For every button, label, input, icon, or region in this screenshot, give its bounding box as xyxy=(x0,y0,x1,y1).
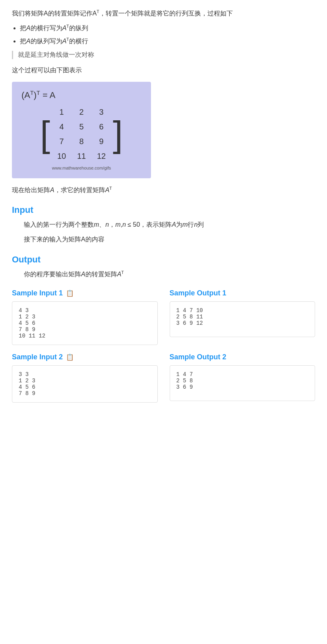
cell-1-3: 3 xyxy=(91,108,111,117)
cell-4-2: 11 xyxy=(72,152,91,161)
sample1-output-block: Sample Output 1 1 4 7 10 2 5 8 11 3 6 9 … xyxy=(170,289,315,345)
sample2-input-box: 3 3 1 2 3 4 5 6 7 8 9 xyxy=(12,365,158,403)
sample1-copy-icon[interactable]: 📋 xyxy=(66,289,74,297)
output-section: Output 你的程序要输出矩阵A的转置矩阵AT xyxy=(12,255,315,280)
right-bracket: ] xyxy=(113,116,123,152)
bullet-list: 把A的横行写为AT的纵列 把A的纵列写为AT的横行 xyxy=(20,23,315,46)
cell-4-1: 10 xyxy=(52,152,72,161)
sample2-output-box: 1 4 7 2 5 8 3 6 9 xyxy=(170,365,315,401)
cell-3-1: 7 xyxy=(52,137,72,146)
sample1-input-block: Sample Input 1 📋 4 3 1 2 3 4 5 6 7 8 9 1… xyxy=(12,289,158,345)
cell-3-3: 9 xyxy=(91,137,111,146)
bullet-item-1: 把A的横行写为AT的纵列 xyxy=(20,23,315,33)
cell-3-2: 8 xyxy=(72,137,91,146)
sample1-row: Sample Input 1 📋 4 3 1 2 3 4 5 6 7 8 9 1… xyxy=(12,289,315,345)
cell-2-3: 6 xyxy=(91,122,111,131)
matrix-bracket-wrap: [ 1 2 3 4 5 6 7 8 9 10 11 12 ] xyxy=(21,108,141,161)
matrix-image-container: (AT)T = A [ 1 2 3 4 5 6 7 8 9 10 11 12 ]… xyxy=(12,82,315,178)
sample1-input-label: Sample Input 1 xyxy=(12,289,63,297)
sample2-copy-icon[interactable]: 📋 xyxy=(66,353,74,361)
intro-paragraph: 我们将矩阵A的转置矩阵记作AT，转置一个矩阵就是将它的行列互换，过程如下 xyxy=(12,8,315,19)
blockquote: 就是延主对角线做一次对称 xyxy=(12,51,315,59)
cell-4-3: 12 xyxy=(91,152,111,161)
sample2-row: Sample Input 2 📋 3 3 1 2 3 4 5 6 7 8 9 S… xyxy=(12,353,315,403)
sample1-output-label: Sample Output 1 xyxy=(170,289,226,297)
bullet-item-2: 把A的纵列写为AT的横行 xyxy=(20,36,315,46)
sample1-output-box: 1 4 7 10 2 5 8 11 3 6 9 12 xyxy=(170,301,315,337)
sample2-output-heading: Sample Output 2 xyxy=(170,353,315,361)
sample1-section: Sample Input 1 📋 4 3 1 2 3 4 5 6 7 8 9 1… xyxy=(12,289,315,345)
sample2-input-block: Sample Input 2 📋 3 3 1 2 3 4 5 6 7 8 9 xyxy=(12,353,158,403)
matrix-url: www.mathwarehouse.com/gifs xyxy=(21,166,141,170)
output-line1: 你的程序要输出矩阵A的转置矩阵AT xyxy=(24,269,315,280)
sample1-input-box: 4 3 1 2 3 4 5 6 7 8 9 10 11 12 xyxy=(12,301,158,345)
sample2-section: Sample Input 2 📋 3 3 1 2 3 4 5 6 7 8 9 S… xyxy=(12,353,315,403)
sample1-input-heading: Sample Input 1 📋 xyxy=(12,289,158,297)
cell-2-2: 5 xyxy=(72,122,91,131)
sample1-output-heading: Sample Output 1 xyxy=(170,289,315,297)
matrix-image: (AT)T = A [ 1 2 3 4 5 6 7 8 9 10 11 12 ]… xyxy=(12,82,151,178)
cell-2-1: 4 xyxy=(52,122,72,131)
left-bracket: [ xyxy=(40,116,50,152)
sample2-output-label: Sample Output 2 xyxy=(170,353,226,361)
input-section: Input 输入的第一行为两个整数m、n，m,n ≤ 50，表示矩阵A为m行n列… xyxy=(12,205,315,245)
conclusion-text: 现在给出矩阵A，求它的转置矩阵AT xyxy=(12,185,315,195)
cell-1-2: 2 xyxy=(72,108,91,117)
matrix-grid: 1 2 3 4 5 6 7 8 9 10 11 12 xyxy=(52,108,111,161)
cell-1-1: 1 xyxy=(52,108,72,117)
sample2-input-label: Sample Input 2 xyxy=(12,353,63,361)
diagram-intro-text: 这个过程可以由下图表示 xyxy=(12,65,315,75)
output-heading: Output xyxy=(12,255,315,265)
sample2-output-block: Sample Output 2 1 4 7 2 5 8 3 6 9 xyxy=(170,353,315,403)
input-line2: 接下来的输入为矩阵A的内容 xyxy=(24,234,315,245)
sample2-input-heading: Sample Input 2 📋 xyxy=(12,353,158,361)
input-heading: Input xyxy=(12,205,315,215)
matrix-title: (AT)T = A xyxy=(21,90,141,100)
input-line1: 输入的第一行为两个整数m、n，m,n ≤ 50，表示矩阵A为m行n列 xyxy=(24,219,315,230)
